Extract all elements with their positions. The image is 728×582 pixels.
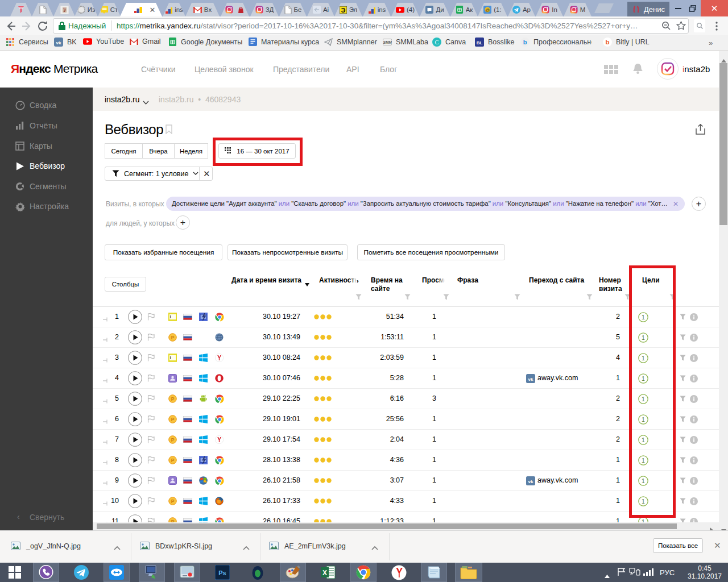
svg-text:P: P — [171, 396, 175, 402]
svg-text:vk: vk — [528, 377, 533, 382]
svg-text:vk: vk — [56, 40, 61, 45]
svg-text:X: X — [322, 569, 327, 577]
svg-text:SMM: SMM — [383, 40, 392, 44]
svg-text:@: @ — [485, 7, 490, 13]
svg-text:P: P — [171, 417, 175, 422]
svg-text:Э: Э — [341, 6, 345, 13]
svg-text:P: P — [171, 335, 175, 340]
svg-text:b: b — [523, 39, 527, 45]
svg-text:P: P — [171, 498, 175, 504]
svg-text:BL: BL — [477, 40, 483, 45]
svg-text:vk: vk — [528, 479, 533, 484]
svg-text:b: b — [605, 39, 609, 45]
svg-text:C: C — [435, 39, 439, 45]
svg-text:P: P — [171, 458, 175, 463]
svg-text:Ps: Ps — [218, 569, 226, 576]
svg-text:P: P — [171, 437, 175, 443]
